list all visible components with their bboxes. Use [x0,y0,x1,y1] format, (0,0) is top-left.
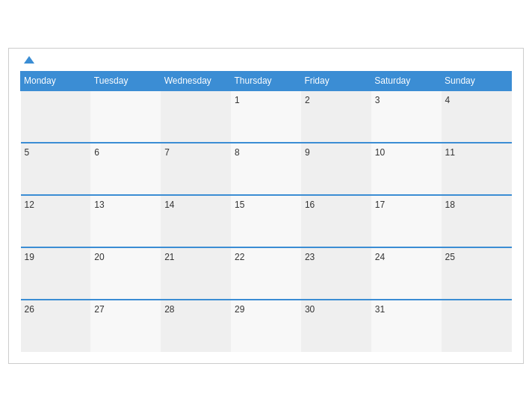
day-number: 20 [94,252,104,262]
calendar-day-cell: 3 [371,90,442,143]
weekday-header: Thursday [231,71,301,90]
day-number: 4 [445,95,451,105]
calendar-day-cell: 2 [301,90,371,143]
calendar-day-cell: 12 [21,195,91,247]
day-number: 19 [25,252,34,262]
calendar-day-cell: 20 [90,247,161,300]
calendar-day-cell: 19 [21,247,91,300]
weekday-header: Tuesday [90,71,161,90]
calendar-day-cell: 26 [21,300,91,352]
day-number: 27 [94,304,104,315]
day-number: 16 [305,200,315,210]
day-number: 9 [305,147,310,158]
day-number: 22 [235,252,244,262]
day-number: 24 [375,252,385,262]
calendar-week-row: 262728293031 [21,300,512,352]
day-number: 29 [235,304,244,315]
day-number: 1 [235,95,240,105]
day-number: 23 [305,252,315,262]
calendar-day-cell: 5 [21,143,91,195]
calendar-week-row: 12131415161718 [21,195,512,247]
calendar-grid: MondayTuesdayWednesdayThursdayFridaySatu… [20,71,512,352]
calendar-day-cell: 7 [161,143,231,195]
day-number: 17 [375,200,385,210]
calendar-day-cell: 8 [231,143,301,195]
calendar-day-cell [21,90,91,143]
day-number: 8 [235,147,240,158]
calendar-day-cell: 22 [231,247,301,300]
day-number: 2 [305,95,310,105]
weekday-header: Saturday [371,71,442,90]
calendar-day-cell: 18 [442,195,512,247]
day-number: 10 [375,147,385,158]
calendar-day-cell [161,90,231,143]
day-number: 6 [94,147,99,158]
calendar-week-row: 567891011 [21,143,512,195]
day-number: 28 [164,304,174,315]
day-number: 11 [445,147,455,158]
calendar-day-cell [442,300,512,352]
day-number: 25 [445,252,455,262]
day-number: 18 [445,200,455,210]
calendar-day-cell: 25 [442,247,512,300]
calendar-day-cell: 21 [161,247,231,300]
day-number: 31 [375,304,385,315]
calendar-day-cell: 24 [371,247,442,300]
weekday-header: Friday [301,71,371,90]
day-number: 5 [25,147,30,158]
day-number: 14 [164,200,174,210]
calendar-day-cell: 17 [371,195,442,247]
weekday-header-row: MondayTuesdayWednesdayThursdayFridaySatu… [21,71,512,90]
calendar-day-cell: 31 [371,300,442,352]
calendar-day-cell: 15 [231,195,301,247]
calendar-day-cell: 11 [442,143,512,195]
calendar-week-row: 1234 [21,90,512,143]
day-number: 26 [25,304,34,315]
calendar-day-cell: 13 [90,195,161,247]
day-number: 15 [235,200,244,210]
calendar-day-cell: 1 [231,90,301,143]
calendar-container: MondayTuesdayWednesdayThursdayFridaySatu… [8,48,524,364]
day-number: 30 [305,304,315,315]
calendar-header [20,56,512,64]
calendar-day-cell: 14 [161,195,231,247]
day-number: 12 [25,200,34,210]
calendar-day-cell: 27 [90,300,161,352]
day-number: 3 [375,95,380,105]
weekday-header: Sunday [442,71,512,90]
weekday-header: Monday [21,71,91,90]
calendar-day-cell: 4 [442,90,512,143]
day-number: 7 [164,147,170,158]
calendar-week-row: 19202122232425 [21,247,512,300]
weekday-header: Wednesday [161,71,231,90]
logo [22,56,34,64]
calendar-day-cell: 9 [301,143,371,195]
calendar-day-cell: 16 [301,195,371,247]
calendar-day-cell: 30 [301,300,371,352]
calendar-day-cell: 10 [371,143,442,195]
calendar-day-cell: 29 [231,300,301,352]
calendar-day-cell: 23 [301,247,371,300]
calendar-day-cell [90,90,161,143]
logo-triangle-icon [24,56,34,64]
calendar-day-cell: 6 [90,143,161,195]
calendar-day-cell: 28 [161,300,231,352]
calendar-body: 1234567891011121314151617181920212223242… [21,90,512,352]
day-number: 13 [94,200,104,210]
day-number: 21 [164,252,174,262]
